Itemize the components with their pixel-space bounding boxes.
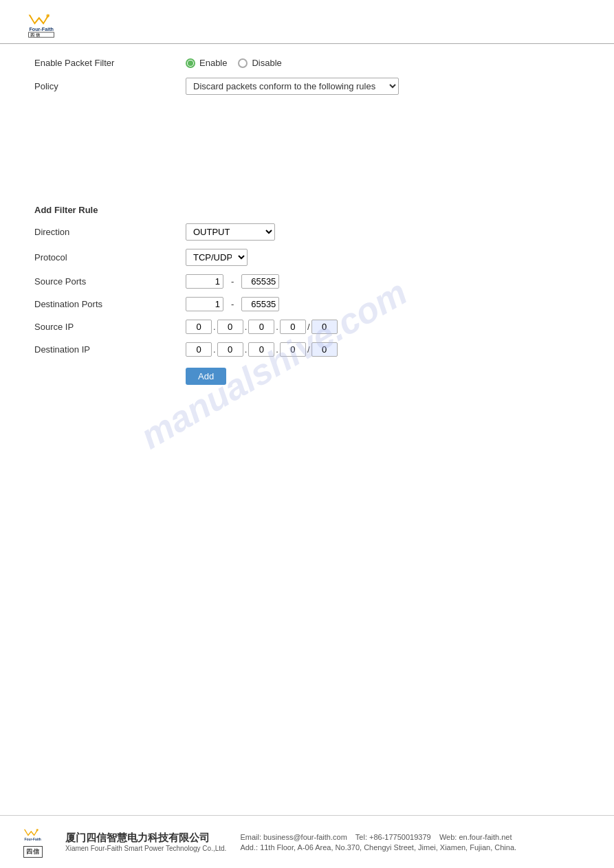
filter-form: Direction OUTPUT INPUT FORWARD Protocol … (34, 223, 580, 385)
footer-company-cn: 厦门四信智慧电力科技有限公司 (65, 832, 226, 845)
enable-radio-option[interactable]: Enable (186, 58, 227, 68)
protocol-row: Protocol TCP/UDP TCP UDP ICMP (34, 249, 580, 266)
port-separator-2: - (231, 299, 234, 309)
source-ip-dot-1: . (213, 322, 216, 332)
destination-ip-octet-2[interactable] (217, 342, 243, 357)
destination-ports-control: - (186, 297, 279, 311)
destination-ip-dot-1: . (213, 344, 216, 355)
policy-row: Policy Discard packets conform to the fo… (34, 78, 580, 95)
logo-icon: Four-Faith 四信 (14, 10, 69, 38)
policy-select[interactable]: Discard packets conform to the following… (186, 78, 399, 95)
destination-ports-label: Destination Ports (34, 299, 186, 309)
protocol-label: Protocol (34, 252, 186, 263)
web-value: en.four-faith.net (459, 833, 512, 841)
main-content: Enable Packet Filter Enable Disable Poli… (0, 44, 614, 407)
destination-ip-octet-1[interactable] (186, 342, 212, 357)
svg-point-6 (36, 829, 38, 831)
source-ip-row: Source IP . . . / (34, 320, 580, 334)
protocol-select[interactable]: TCP/UDP TCP UDP ICMP (186, 249, 248, 266)
destination-ports-row: Destination Ports - (34, 297, 580, 311)
footer-logo-text: 四信 (23, 846, 43, 858)
source-port-to[interactable] (241, 274, 279, 289)
source-ip-dot-2: . (245, 322, 248, 332)
email-label: Email: (240, 833, 261, 841)
footer-company-en: Xiamen Four-Faith Smart Power Technology… (65, 845, 226, 852)
tel-value: +86-17750019379 (369, 833, 431, 841)
destination-ip-label: Destination IP (34, 344, 186, 355)
footer-contact-line2: Add.: 11th Floor, A-06 Area, No.370, Che… (240, 843, 516, 852)
footer-contact-line1: Email: business@four-faith.com Tel: +86-… (240, 833, 516, 841)
source-ip-slash: / (307, 322, 310, 332)
destination-port-from[interactable] (186, 297, 223, 311)
email-value: business@four-faith.com (263, 833, 347, 841)
add-button-row: Add (34, 365, 580, 385)
destination-ip-slash: / (307, 344, 310, 355)
destination-ip-dot-3: . (276, 344, 278, 355)
footer-contact: Email: business@four-faith.com Tel: +86-… (240, 833, 516, 852)
svg-text:四信: 四信 (30, 32, 41, 37)
direction-row: Direction OUTPUT INPUT FORWARD (34, 223, 580, 241)
destination-ip-row: Destination IP . . . / (34, 342, 580, 357)
policy-control: Discard packets conform to the following… (186, 78, 399, 95)
footer-logo: Four-Faith 四信 (14, 826, 52, 858)
enable-label: Enable (199, 58, 227, 68)
source-ports-control: - (186, 274, 279, 289)
enable-disable-group: Enable Disable (186, 58, 282, 68)
destination-ip-octet-4[interactable] (280, 342, 306, 357)
source-ip-octet-3[interactable] (248, 320, 274, 334)
source-ip-subnet[interactable] (311, 320, 338, 334)
source-ip-octet-2[interactable] (217, 320, 243, 334)
svg-text:Four-Faith: Four-Faith (29, 26, 54, 32)
footer-logo-icon: Four-Faith (14, 826, 52, 845)
svg-point-1 (46, 14, 50, 18)
source-ip-octet-1[interactable] (186, 320, 212, 334)
disable-label: Disable (252, 58, 281, 68)
direction-select[interactable]: OUTPUT INPUT FORWARD (186, 223, 275, 241)
direction-label: Direction (34, 227, 186, 237)
add-filter-rule-title: Add Filter Rule (34, 205, 580, 215)
destination-ip-octet-3[interactable] (248, 342, 274, 357)
source-port-from[interactable] (186, 274, 223, 289)
web-label: Web: (439, 833, 457, 841)
svg-text:Four-Faith: Four-Faith (24, 838, 41, 841)
port-separator-1: - (231, 276, 234, 287)
source-ip-dot-3: . (276, 322, 278, 332)
header: Four-Faith 四信 (0, 0, 614, 44)
source-ip-group: . . . / (186, 320, 338, 334)
destination-port-to[interactable] (241, 297, 279, 311)
address-label: Add.: (240, 843, 258, 852)
enable-packet-filter-row: Enable Packet Filter Enable Disable (34, 58, 580, 68)
destination-ip-subnet[interactable] (311, 342, 338, 357)
source-ports-row: Source Ports - (34, 274, 580, 289)
destination-ip-group: . . . / (186, 342, 338, 357)
source-ip-octet-4[interactable] (280, 320, 306, 334)
destination-ip-dot-2: . (245, 344, 248, 355)
address-value: 11th Floor, A-06 Area, No.370, Chengyi S… (260, 843, 516, 852)
source-ip-label: Source IP (34, 322, 186, 332)
add-button[interactable]: Add (186, 368, 226, 385)
logo-area: Four-Faith 四信 (14, 10, 69, 38)
footer: Four-Faith 四信 厦门四信智慧电力科技有限公司 Xiamen Four… (0, 815, 614, 868)
enable-packet-filter-label: Enable Packet Filter (34, 58, 186, 68)
tel-label: Tel: (355, 833, 367, 841)
source-ports-label: Source Ports (34, 276, 186, 287)
policy-label: Policy (34, 81, 186, 91)
disable-radio-option[interactable]: Disable (238, 58, 281, 68)
footer-company: 厦门四信智慧电力科技有限公司 Xiamen Four-Faith Smart P… (65, 832, 226, 852)
